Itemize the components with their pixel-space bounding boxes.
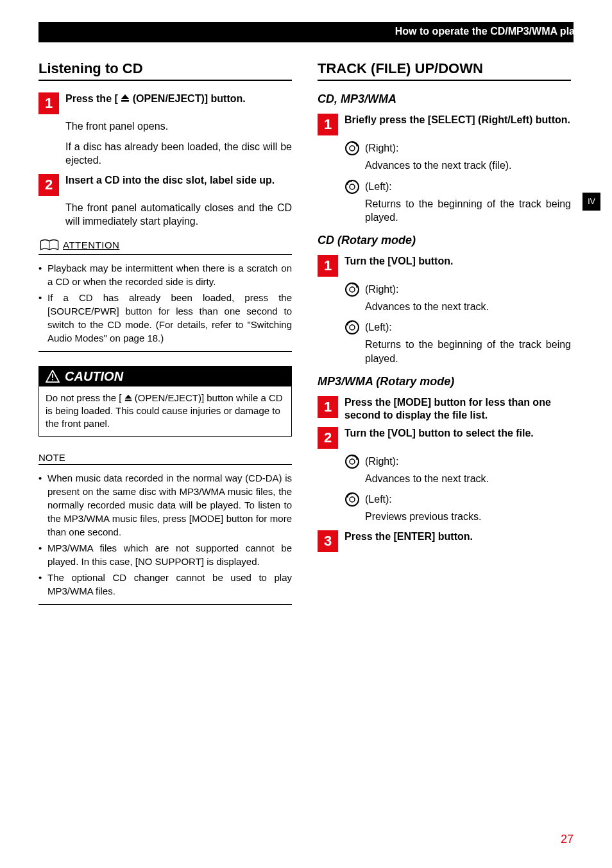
- note-item: The optional CD changer cannot be used t…: [38, 571, 292, 598]
- step1-body-a: The front panel opens.: [65, 119, 292, 134]
- left-body: Returns to the beginning of the track be…: [365, 197, 571, 225]
- step-text: Turn the [VOL] button to select the file…: [344, 427, 571, 440]
- right-label: (Right):: [365, 284, 398, 295]
- caution-text-a: Do not press the [: [46, 392, 124, 403]
- caution-heading: CAUTION: [39, 367, 291, 386]
- svg-marker-0: [121, 94, 129, 99]
- svg-point-14: [350, 287, 355, 292]
- step-number: 1: [318, 114, 338, 135]
- step-number: 1: [38, 92, 59, 114]
- step-2: 2 Insert a CD into the disc slot, label …: [38, 174, 292, 196]
- step-1: 1 Briefly press the [SELECT] (Right/Left…: [318, 114, 571, 135]
- knob-right-line: (Right):: [344, 454, 571, 469]
- right-label: (Right):: [365, 456, 398, 467]
- rule: [38, 604, 292, 605]
- knob-left-line: (Left):: [344, 320, 571, 335]
- right-column: TRACK (FILE) UP/DOWN CD, MP3/WMA 1 Brief…: [318, 60, 571, 605]
- step-text: Turn the [VOL] button.: [344, 255, 571, 268]
- step-text: Press the [MODE] button for less than on…: [344, 396, 571, 422]
- step-2: 2 Turn the [VOL] button to select the fi…: [318, 427, 571, 449]
- right-label: (Right):: [365, 143, 398, 154]
- warning-triangle-icon: [46, 370, 60, 383]
- page-number: 27: [561, 833, 574, 846]
- right-body: Advances to the next track.: [365, 472, 571, 486]
- caution-body: Do not press the [ (OPEN/EJECT)] button …: [39, 386, 291, 436]
- knob-right-icon: [344, 454, 360, 469]
- subsection-cd-rotary: CD (Rotary mode): [318, 234, 571, 247]
- step-1: 1 Press the [ (OPEN/EJECT)] button.: [38, 92, 292, 114]
- knob-left-icon: [344, 492, 360, 507]
- caution-box: CAUTION Do not press the [ (OPEN/EJECT)]…: [38, 366, 292, 437]
- knob-left-line: (Left):: [344, 179, 571, 195]
- note-heading: NOTE: [38, 452, 292, 465]
- subsection-mp3-wma-rotary: MP3/WMA (Rotary mode): [318, 375, 571, 388]
- subsection-cd-mp3-wma: CD, MP3/WMA: [318, 92, 571, 106]
- step1-text-b: (OPEN/EJECT)] button.: [130, 93, 245, 104]
- svg-marker-5: [124, 395, 131, 399]
- svg-rect-6: [124, 400, 131, 401]
- knob-right-icon: [344, 282, 360, 297]
- svg-rect-4: [52, 379, 53, 381]
- left-label: (Left):: [365, 494, 392, 505]
- knob-right-line: (Right):: [344, 282, 571, 297]
- step-number: 1: [318, 396, 338, 418]
- step-number: 3: [318, 530, 338, 552]
- step-1: 1 Turn the [VOL] button.: [318, 255, 571, 277]
- note-item: When music data recorded in the normal w…: [38, 471, 292, 539]
- note-item: MP3/WMA files which are not supported ca…: [38, 541, 292, 568]
- note-list: When music data recorded in the normal w…: [38, 471, 292, 598]
- step-number: 2: [38, 174, 59, 196]
- knob-left-icon: [344, 320, 360, 335]
- header-title: How to operate the CD/MP3/WMA player: [38, 22, 597, 37]
- section-track-up-down: TRACK (FILE) UP/DOWN: [318, 60, 571, 81]
- eject-icon: [124, 394, 132, 402]
- step-number: 2: [318, 427, 338, 449]
- caution-label: CAUTION: [65, 369, 123, 384]
- knob-right-line: (Right):: [344, 141, 571, 156]
- step-text: Insert a CD into the disc slot, label si…: [65, 174, 292, 187]
- knob-left-line: (Left):: [344, 492, 571, 507]
- left-label: (Left):: [365, 322, 392, 333]
- step-text: Press the [ (OPEN/EJECT)] button.: [65, 92, 292, 105]
- knob-right-icon: [344, 141, 360, 156]
- step-3: 3 Press the [ENTER] button.: [318, 530, 571, 552]
- right-body: Advances to the next track (file).: [365, 159, 571, 173]
- knob-left-icon: [344, 179, 360, 195]
- left-column: Listening to CD 1 Press the [ (OPEN/EJEC…: [38, 60, 292, 605]
- header-bar: How to operate the CD/MP3/WMA player: [38, 22, 574, 42]
- attention-item: If a CD has already been loaded, press t…: [38, 291, 292, 345]
- svg-point-8: [350, 146, 355, 151]
- left-body: Previews previous tracks.: [365, 510, 571, 524]
- attention-item: Playback may be intermittent when there …: [38, 261, 292, 288]
- svg-rect-1: [121, 100, 129, 102]
- attention-heading: ATTENTION: [38, 238, 292, 255]
- section-listening-to-cd: Listening to CD: [38, 60, 292, 81]
- step-1: 1 Press the [MODE] button for less than …: [318, 396, 571, 422]
- step-number: 1: [318, 255, 338, 277]
- left-label: (Left):: [365, 181, 392, 193]
- right-body: Advances to the next track.: [365, 300, 571, 314]
- chapter-tab: IV: [582, 193, 600, 211]
- step1-body-b: If a disc has already been loaded, the d…: [65, 140, 292, 168]
- step2-body: The front panel automatically closes and…: [65, 201, 292, 229]
- book-icon: [38, 238, 60, 253]
- svg-point-20: [350, 459, 355, 464]
- step-text: Press the [ENTER] button.: [344, 530, 571, 543]
- eject-icon: [121, 94, 130, 103]
- rule: [38, 351, 292, 352]
- attention-label: ATTENTION: [63, 239, 119, 250]
- svg-point-23: [350, 497, 355, 502]
- attention-list: Playback may be intermittent when there …: [38, 261, 292, 345]
- step-text: Briefly press the [SELECT] (Right/Left) …: [344, 114, 571, 126]
- svg-point-17: [350, 325, 355, 330]
- svg-rect-3: [52, 374, 53, 378]
- step1-text-a: Press the [: [65, 93, 121, 104]
- left-body: Returns to the beginning of the track be…: [365, 338, 571, 365]
- svg-point-11: [350, 184, 355, 189]
